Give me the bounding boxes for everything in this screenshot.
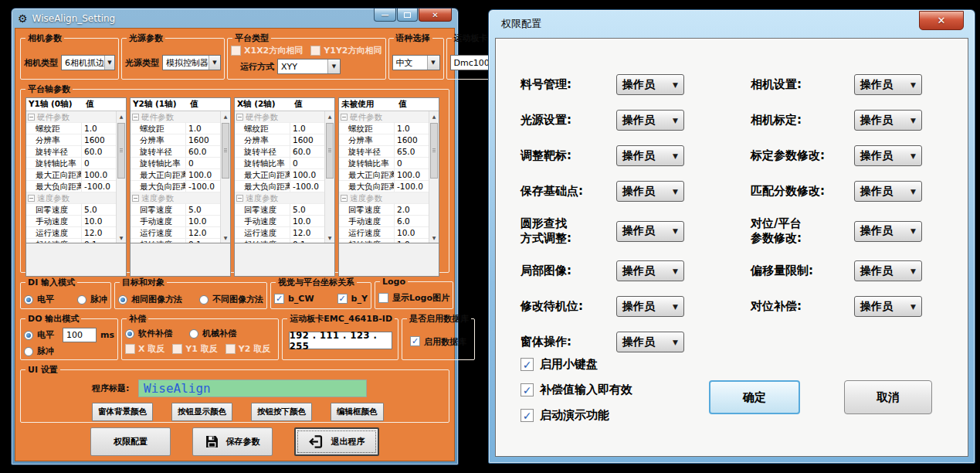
color-setting-button[interactable]: 编辑框颜色: [331, 403, 384, 421]
scrollbar[interactable]: ▲▼: [220, 111, 230, 243]
color-setting-button[interactable]: 按钮显示颜色: [171, 403, 232, 421]
do-pulse-radio[interactable]: [24, 347, 33, 356]
axis-param-value[interactable]: 0.1: [81, 239, 116, 243]
light-type-dropdown[interactable]: 模拟控制器 ▼: [162, 55, 221, 70]
axis-param-value[interactable]: 12.0: [290, 227, 324, 238]
axis-param-value[interactable]: -100.0: [290, 181, 324, 192]
permission-config-button[interactable]: 权限配置: [90, 427, 171, 456]
software-comp-radio[interactable]: [125, 329, 134, 339]
collapse-minus-icon[interactable]: [341, 114, 348, 121]
show-logo-checkbox[interactable]: [378, 293, 388, 303]
program-title-input[interactable]: WiseAlign: [138, 379, 367, 397]
do-level-radio[interactable]: [24, 331, 33, 340]
role-dropdown[interactable]: 操作员▼: [616, 332, 684, 352]
axis-param-value[interactable]: 0.1: [185, 239, 220, 243]
scroll-thumb[interactable]: [222, 123, 229, 179]
axis-param-value[interactable]: 1.0: [81, 123, 116, 134]
emc-ip-input[interactable]: 192 . 111 . 123 . 255: [289, 332, 392, 349]
language-dropdown[interactable]: 中文 ▼: [392, 55, 440, 70]
role-dropdown[interactable]: 操作员▼: [616, 74, 684, 95]
role-dropdown[interactable]: 操作员▼: [616, 221, 684, 242]
axis-param-value[interactable]: 0: [290, 158, 324, 168]
collapse-minus-icon[interactable]: [236, 114, 243, 121]
axis-param-value[interactable]: -100.0: [185, 181, 220, 192]
axis-param-value[interactable]: 60.0: [185, 146, 220, 157]
scroll-down-icon[interactable]: ▼: [117, 233, 126, 243]
do-ms-input[interactable]: 100: [63, 328, 97, 342]
role-dropdown[interactable]: 操作员▼: [616, 296, 684, 317]
axis-param-value[interactable]: 10.0: [185, 216, 220, 226]
axis-param-value[interactable]: 1.0: [185, 123, 220, 134]
role-dropdown[interactable]: 操作员▼: [616, 110, 684, 131]
scrollbar[interactable]: ▲▼: [429, 111, 439, 243]
axis-param-value[interactable]: -100.0: [81, 181, 116, 192]
scroll-down-icon[interactable]: ▼: [221, 233, 230, 243]
collapse-minus-icon[interactable]: [28, 114, 35, 121]
same-image-method-radio[interactable]: [118, 295, 127, 305]
role-dropdown[interactable]: 操作员▼: [616, 260, 684, 281]
scroll-thumb[interactable]: [326, 123, 334, 179]
role-dropdown[interactable]: 操作员▼: [854, 145, 922, 166]
collapse-minus-icon[interactable]: [28, 195, 35, 202]
collapse-minus-icon[interactable]: [132, 195, 139, 202]
scrollbar[interactable]: ▲▼: [324, 111, 334, 243]
axis-param-value[interactable]: 5.0: [185, 204, 220, 215]
axis-param-value[interactable]: 5.0: [81, 204, 116, 215]
collapse-minus-icon[interactable]: [341, 195, 348, 202]
axis-param-value[interactable]: 10.0: [394, 227, 429, 238]
color-setting-button[interactable]: 窗体背景颜色: [92, 403, 153, 421]
color-setting-button[interactable]: 按钮按下颜色: [251, 403, 312, 421]
axis-param-value[interactable]: -100.0: [394, 181, 429, 192]
axis-param-value[interactable]: 10.0: [290, 216, 324, 226]
role-dropdown[interactable]: 操作员▼: [854, 74, 922, 95]
option-checkbox[interactable]: [521, 383, 534, 396]
axis-param-value[interactable]: 0: [394, 158, 429, 168]
role-dropdown[interactable]: 操作员▼: [616, 181, 684, 202]
b-cw-checkbox[interactable]: [274, 294, 284, 304]
axis-param-value[interactable]: 65.0: [394, 146, 429, 157]
axis-param-value[interactable]: 1600: [394, 134, 429, 145]
di-pulse-radio[interactable]: [77, 295, 86, 305]
scroll-up-icon[interactable]: ▲: [325, 111, 334, 121]
scroll-thumb[interactable]: [430, 123, 438, 179]
axis-param-value[interactable]: 1600: [185, 134, 220, 145]
enable-database-checkbox[interactable]: [410, 336, 420, 346]
axis-param-value[interactable]: 1.0: [394, 239, 429, 243]
y1y2-same-checkbox[interactable]: [310, 46, 320, 56]
role-dropdown[interactable]: 操作员▼: [854, 260, 922, 281]
axis-param-value[interactable]: 1.0: [290, 123, 324, 134]
scroll-up-icon[interactable]: ▲: [117, 111, 126, 121]
scroll-up-icon[interactable]: ▲: [221, 111, 230, 121]
maximize-button[interactable]: [397, 9, 418, 22]
scroll-up-icon[interactable]: ▲: [429, 111, 439, 121]
axis-param-value[interactable]: 100.0: [81, 169, 116, 180]
option-checkbox[interactable]: [521, 409, 534, 422]
role-dropdown[interactable]: 操作员▼: [854, 221, 922, 242]
axis-param-value[interactable]: 1.0: [394, 123, 429, 134]
axis-param-value[interactable]: 12.0: [185, 227, 220, 238]
mechanical-comp-radio[interactable]: [189, 329, 198, 339]
axis-param-value[interactable]: 100.0: [185, 169, 220, 180]
axis-param-value[interactable]: 10.0: [81, 216, 116, 226]
role-dropdown[interactable]: 操作员▼: [854, 181, 922, 202]
title-bar[interactable]: 权限配置: [489, 10, 975, 36]
axis-param-value[interactable]: 1600: [81, 134, 116, 145]
axis-param-value[interactable]: 6.0: [394, 216, 429, 226]
di-level-radio[interactable]: [24, 295, 33, 305]
axis-param-value[interactable]: 100.0: [290, 169, 324, 180]
axis-param-value[interactable]: 2.0: [394, 204, 429, 215]
invert-checkbox[interactable]: [226, 344, 236, 354]
close-button[interactable]: ✕: [419, 9, 452, 22]
b-y-checkbox[interactable]: [337, 294, 348, 304]
invert-checkbox[interactable]: [125, 344, 135, 354]
axis-param-value[interactable]: 60.0: [290, 146, 324, 157]
save-params-button[interactable]: 保存参数: [192, 427, 273, 456]
run-mode-dropdown[interactable]: XYY ▼: [277, 59, 341, 74]
role-dropdown[interactable]: 操作员▼: [854, 110, 922, 131]
scroll-thumb[interactable]: [117, 123, 125, 179]
ok-button[interactable]: 确定: [709, 380, 800, 414]
x1x2-same-checkbox[interactable]: [231, 46, 241, 56]
axis-param-value[interactable]: 0.1: [290, 239, 324, 243]
axis-param-value[interactable]: 100.0: [394, 169, 429, 180]
axis-param-value[interactable]: 0: [81, 158, 116, 168]
